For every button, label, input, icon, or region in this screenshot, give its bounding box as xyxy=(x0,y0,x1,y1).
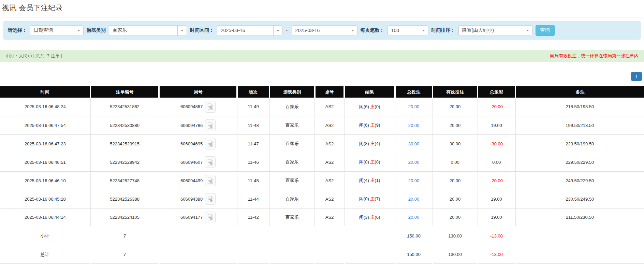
game-type-select[interactable]: 百家乐 xyxy=(109,25,187,36)
round-id: 606094867 xyxy=(180,104,203,109)
video-replay-button[interactable] xyxy=(205,193,216,205)
payout-cell: 19.00 xyxy=(478,190,515,208)
time-cell: 2025-03-16 06:47:23 xyxy=(0,134,90,153)
date-to-dropdown-button[interactable] xyxy=(348,26,357,35)
game-type-cell: 百家乐 xyxy=(269,153,315,171)
total-total-bet: 150.00 xyxy=(395,245,433,263)
result-banker: 庄 xyxy=(370,104,375,109)
round-id: 606094695 xyxy=(180,141,203,146)
total-bet-link[interactable]: 20.00 xyxy=(408,197,420,202)
header-round: 局号 xyxy=(159,86,237,98)
bet-id-cell: 522342528942 xyxy=(90,153,159,171)
session-cell: 11-47 xyxy=(237,134,269,153)
video-replay-button[interactable] xyxy=(205,138,216,149)
page-size-label: 每页笔数： xyxy=(361,27,384,33)
result-player: 闲 xyxy=(359,141,364,146)
video-file-icon xyxy=(208,177,213,184)
video-replay-button[interactable] xyxy=(205,212,216,223)
page-size-dropdown-button[interactable] xyxy=(419,26,428,35)
table-row: 2025-03-16 06:46:51522342528942606094607… xyxy=(0,153,644,171)
sort-order-dropdown-button[interactable] xyxy=(523,26,532,35)
result-banker: 庄 xyxy=(370,215,375,220)
remark-cell: 229.50/229.50 xyxy=(515,153,644,171)
total-bet-cell: 30.00 xyxy=(395,134,433,153)
header-time: 时间 xyxy=(0,86,90,98)
video-file-icon xyxy=(208,214,213,220)
table-no-cell: AS2 xyxy=(315,190,344,208)
table-summary: 小计 7 150.00 130.00 -13.00 总计 7 150.00 13… xyxy=(0,227,644,263)
currency-summary-strip: 币别：人民币 | 总共 :7 注单 | 同局有效投注，统一计算在该局第一张注单内 xyxy=(0,50,644,62)
total-bet-link[interactable]: 30.00 xyxy=(408,141,420,146)
total-count: 7 xyxy=(90,245,159,263)
query-type-dropdown-button[interactable] xyxy=(74,26,83,35)
header-remark: 备注 xyxy=(515,86,644,98)
valid-bet-cell: 20.00 xyxy=(433,116,478,134)
subtotal-empty-cell xyxy=(315,227,344,245)
page-1-button[interactable]: 1 xyxy=(631,72,642,81)
session-cell: 11-45 xyxy=(237,171,269,190)
total-bet-link[interactable]: 20.00 xyxy=(408,178,420,183)
table-body: 2025-03-16 06:48:24522342531862606094867… xyxy=(0,98,644,227)
table-no-cell: AS2 xyxy=(315,134,344,153)
total-bet-link[interactable]: 20.00 xyxy=(408,123,420,128)
result-cell: 闲(0) 庄(7) xyxy=(344,190,395,208)
subtotal-empty-cell xyxy=(159,227,237,245)
page-size-select[interactable]: 100 xyxy=(387,25,428,36)
game-type-dropdown-button[interactable] xyxy=(177,26,187,35)
subtotal-label: 小计 xyxy=(0,227,90,245)
search-button[interactable]: 查询 xyxy=(536,25,555,36)
total-bet-link[interactable]: 20.00 xyxy=(408,215,420,220)
sort-order-select[interactable]: 降幂(由大到小) xyxy=(458,25,532,36)
table-row: 2025-03-16 06:45:28522342526388606094388… xyxy=(0,190,644,208)
payout-cell: -20.00 xyxy=(478,171,515,190)
valid-bet-cell: 20.00 xyxy=(433,208,478,227)
subtotal-empty-cell xyxy=(237,227,269,245)
date-from-select[interactable]: 2025-03-16 xyxy=(217,25,283,36)
date-range-label: 时间区间： xyxy=(190,27,214,33)
video-replay-button[interactable] xyxy=(205,101,216,113)
query-type-select[interactable]: 日期查询 xyxy=(30,25,84,36)
result-player: 闲 xyxy=(359,215,364,220)
result-player-score: (0) xyxy=(364,196,369,201)
total-empty-cell xyxy=(344,245,395,263)
result-banker: 庄 xyxy=(370,123,375,128)
total-bet-link[interactable]: 20.00 xyxy=(408,104,420,109)
video-file-icon xyxy=(208,159,213,166)
date-from-dropdown-button[interactable] xyxy=(273,26,282,35)
time-cell: 2025-03-16 06:46:10 xyxy=(0,171,90,190)
subtotal-payout: -13.00 xyxy=(478,227,515,245)
bet-id-cell: 522342530880 xyxy=(90,116,159,134)
result-banker: 庄 xyxy=(370,196,375,201)
payout-cell: 0.00 xyxy=(478,153,515,171)
date-to-select[interactable]: 2025-03-16 xyxy=(292,25,357,36)
bets-table: 时间 注单编号 局号 场次 游戏类别 桌号 结果 总投注 有效投注 总派彩 备注… xyxy=(0,86,644,264)
video-replay-button[interactable] xyxy=(205,175,216,186)
round-cell: 606094177 xyxy=(159,208,237,227)
valid-bet-cell: 20.00 xyxy=(433,190,478,208)
bet-id-cell: 522342531862 xyxy=(90,98,159,116)
time-cell: 2025-03-16 06:48:24 xyxy=(0,98,90,116)
chevron-down-icon xyxy=(351,30,354,31)
video-file-icon xyxy=(208,122,213,129)
total-payout: -13.00 xyxy=(478,245,515,263)
subtotal-empty-cell xyxy=(344,227,395,245)
header-total-bet: 总投注 xyxy=(395,86,433,98)
header-bet-id: 注单编号 xyxy=(90,86,159,98)
header-session: 场次 xyxy=(237,86,269,98)
table-no-cell: AS2 xyxy=(315,153,344,171)
query-type-label: 请选择： xyxy=(8,27,27,33)
result-player: 闲 xyxy=(359,123,364,128)
subtotal-empty-cell xyxy=(269,227,315,245)
remark-cell: 199.50/218.50 xyxy=(515,116,644,134)
video-replay-button[interactable] xyxy=(205,119,216,131)
result-banker: 庄 xyxy=(370,159,375,164)
game-type-cell: 百家乐 xyxy=(269,98,315,116)
subtotal-count: 7 xyxy=(90,227,159,245)
result-player: 闲 xyxy=(359,178,364,183)
pagination-top: 1 xyxy=(0,72,644,81)
video-replay-button[interactable] xyxy=(205,156,216,168)
total-bet-link[interactable]: 20.00 xyxy=(408,160,420,165)
result-banker-score: (9) xyxy=(375,123,380,128)
session-cell: 11-44 xyxy=(237,190,269,208)
header-payout: 总派彩 xyxy=(478,86,515,98)
